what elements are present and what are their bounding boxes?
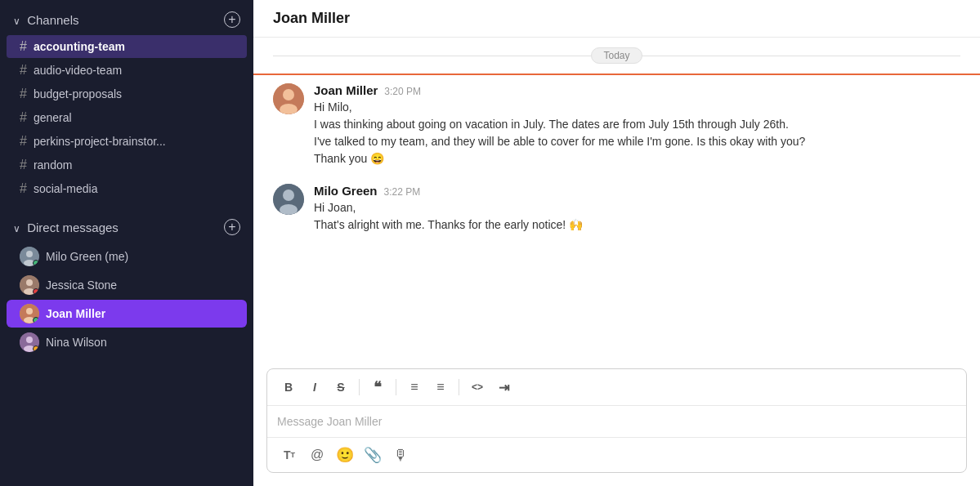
hash-icon: # xyxy=(20,87,27,101)
dm-chevron-icon: ∨ xyxy=(13,223,20,234)
message-author: Joan Miller xyxy=(314,83,378,97)
avatar xyxy=(273,83,304,114)
channels-chevron-icon: ∨ xyxy=(13,16,20,27)
hash-icon: # xyxy=(20,134,27,149)
avatar xyxy=(20,247,39,266)
message-text: Hi Joan, That's alright with me. Thanks … xyxy=(314,199,960,234)
sidebar-item-jessica-stone[interactable]: Jessica Stone xyxy=(7,271,247,299)
avatar xyxy=(20,275,39,295)
hash-icon: # xyxy=(20,110,27,125)
message-content: Joan Miller 3:20 PM Hi Milo, I was think… xyxy=(314,83,960,167)
sidebar-item-joan-miller[interactable]: Joan Miller xyxy=(7,300,247,328)
status-indicator xyxy=(33,346,39,352)
hash-icon: # xyxy=(20,181,27,196)
message-content: Milo Green 3:22 PM Hi Joan, That's alrig… xyxy=(314,184,960,234)
date-label: Today xyxy=(591,47,642,64)
message-header: Joan Miller 3:20 PM xyxy=(314,83,960,97)
unordered-list-button[interactable]: ≡ xyxy=(429,376,452,399)
divider-line-left xyxy=(273,56,591,56)
indent-button[interactable]: ⇥ xyxy=(492,376,515,399)
sidebar-item-perkins-project[interactable]: # perkins-project-brainstor... xyxy=(7,130,247,153)
message-time: 3:22 PM xyxy=(384,186,421,198)
sidebar-item-general[interactable]: # general xyxy=(7,106,247,129)
composer-toolbar: B I S ❝ ≡ ≡ <> ⇥ xyxy=(267,369,966,406)
status-indicator xyxy=(33,317,39,323)
status-indicator xyxy=(33,288,39,295)
svg-point-10 xyxy=(26,337,33,343)
message-row: Milo Green 3:22 PM Hi Joan, That's alrig… xyxy=(253,176,980,242)
sidebar-item-budget-proposals[interactable]: # budget-proposals xyxy=(7,82,247,105)
dm-section-header: ∨ Direct messages + xyxy=(0,207,253,242)
hash-icon: # xyxy=(20,63,27,78)
sidebar-item-nina-wilson[interactable]: Nina Wilson xyxy=(7,328,247,356)
channels-section-header: ∨ Channels + xyxy=(0,0,253,34)
quote-button[interactable]: ❝ xyxy=(366,376,389,399)
sidebar-item-social-media[interactable]: # social-media xyxy=(7,177,247,200)
avatar xyxy=(20,332,39,352)
composer-footer: TT @ 🙂 📎 🎙 xyxy=(267,437,966,472)
svg-point-4 xyxy=(26,279,33,286)
chat-contact-name: Joan Miller xyxy=(273,10,350,26)
svg-point-13 xyxy=(283,89,294,100)
message-author: Milo Green xyxy=(314,184,378,198)
avatar xyxy=(20,304,39,323)
code-button[interactable]: <> xyxy=(466,376,489,399)
svg-point-16 xyxy=(283,189,294,201)
sidebar-item-random[interactable]: # random xyxy=(7,154,247,176)
audio-button[interactable]: 🎙 xyxy=(388,443,413,467)
message-time: 3:20 PM xyxy=(384,86,421,97)
message-text: Hi Milo, I was thinking about going on v… xyxy=(314,99,960,167)
message-header: Milo Green 3:22 PM xyxy=(314,184,960,198)
toolbar-divider xyxy=(396,379,396,395)
add-channel-button[interactable]: + xyxy=(224,11,240,28)
messages-area: Today Joan Miller 3:20 PM Hi Milo, xyxy=(253,38,980,368)
attach-button[interactable]: 📎 xyxy=(360,443,385,467)
text-format-button[interactable]: TT xyxy=(277,443,302,467)
svg-point-1 xyxy=(26,251,33,257)
sidebar: ∨ Channels + # accounting-team # audio-v… xyxy=(0,0,253,486)
toolbar-divider xyxy=(459,379,459,395)
sidebar-item-accounting-team[interactable]: # accounting-team xyxy=(7,35,247,58)
composer-input[interactable]: Message Joan Miller xyxy=(267,406,966,437)
chat-header: Joan Miller xyxy=(253,0,980,38)
message-row: Joan Miller 3:20 PM Hi Milo, I was think… xyxy=(253,75,980,176)
bold-button[interactable]: B xyxy=(277,376,300,399)
dm-section: ∨ Direct messages + Milo Green (me) xyxy=(0,207,253,357)
toolbar-divider xyxy=(359,379,360,395)
channels-list: # accounting-team # audio-video-team # b… xyxy=(0,34,253,201)
emoji-button[interactable]: 🙂 xyxy=(333,443,357,467)
strikethrough-button[interactable]: S xyxy=(329,376,352,399)
divider-line-right xyxy=(642,56,960,56)
hash-icon: # xyxy=(20,158,27,172)
sidebar-item-audio-video-team[interactable]: # audio-video-team xyxy=(7,59,247,82)
italic-button[interactable]: I xyxy=(303,376,326,399)
mention-button[interactable]: @ xyxy=(305,443,329,467)
svg-point-7 xyxy=(26,308,33,314)
add-dm-button[interactable]: + xyxy=(224,219,240,235)
channels-label: ∨ Channels xyxy=(13,13,79,27)
sidebar-item-milo-green[interactable]: Milo Green (me) xyxy=(7,243,247,270)
main-chat-area: Joan Miller Today Joan Miller 3:20 PM xyxy=(253,0,980,486)
dm-label: ∨ Direct messages xyxy=(13,221,119,234)
status-indicator xyxy=(33,260,39,266)
composer-placeholder: Message Joan Miller xyxy=(277,415,382,428)
date-divider: Today xyxy=(253,38,980,74)
hash-icon: # xyxy=(20,39,27,54)
ordered-list-button[interactable]: ≡ xyxy=(403,376,426,399)
avatar xyxy=(273,184,304,215)
composer: B I S ❝ ≡ ≡ <> ⇥ Message Joan Miller TT … xyxy=(266,368,967,473)
